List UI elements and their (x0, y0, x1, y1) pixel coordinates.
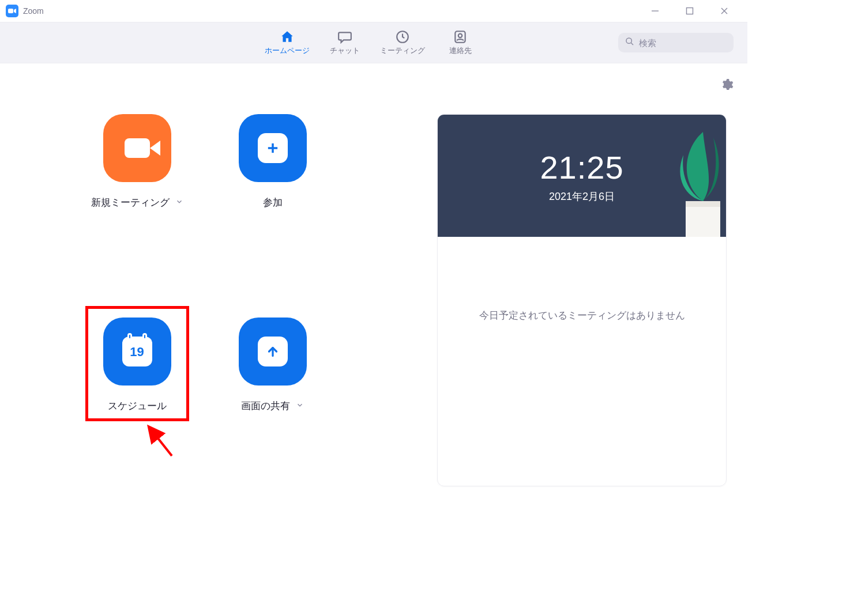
title-bar: Zoom (0, 0, 747, 22)
search-icon (625, 37, 634, 48)
nav-bar: ホームページ チャット ミーティング 連絡先 (0, 22, 747, 63)
video-icon (125, 138, 150, 158)
action-label: 新規ミーティング (91, 196, 170, 209)
home-icon (280, 29, 295, 44)
schedule-action: 19 スケジュール (69, 318, 205, 486)
search-box[interactable] (618, 33, 734, 52)
panel-time: 21:25 (540, 149, 623, 186)
chevron-down-icon[interactable] (296, 401, 304, 411)
clock-icon (395, 29, 410, 44)
maximize-button[interactable] (672, 0, 707, 22)
action-label: スケジュール (108, 399, 167, 413)
tab-contacts[interactable]: 連絡先 (431, 22, 489, 63)
plus-icon (258, 133, 288, 163)
svg-rect-0 (8, 9, 13, 13)
minimize-button[interactable] (638, 0, 672, 22)
action-grid: 新規ミーティング 参加 (69, 114, 340, 486)
svg-line-12 (150, 428, 172, 456)
tab-label: ミーティング (380, 46, 425, 56)
tab-home[interactable]: ホームページ (258, 22, 316, 63)
join-action: 参加 (205, 114, 340, 283)
panel-date: 2021年2月6日 (549, 190, 615, 203)
svg-rect-2 (687, 8, 693, 14)
calendar-panel: 21:25 2021年2月6日 今日予定されているミーティングはありません (437, 114, 727, 486)
chat-icon (337, 29, 352, 44)
tab-label: チャット (330, 46, 360, 56)
plant-decoration-icon (628, 115, 726, 237)
close-button[interactable] (707, 0, 742, 22)
schedule-button[interactable]: 19 (103, 318, 171, 386)
svg-line-9 (631, 43, 633, 45)
app-logo-icon (6, 5, 18, 17)
search-input[interactable] (639, 38, 727, 48)
arrow-annotation (143, 421, 178, 464)
settings-button[interactable] (720, 78, 734, 94)
svg-point-8 (626, 38, 631, 43)
share-screen-button[interactable] (239, 318, 307, 386)
svg-rect-15 (686, 201, 720, 207)
app-title: Zoom (23, 6, 44, 16)
join-button[interactable] (239, 114, 307, 182)
svg-point-7 (458, 34, 462, 38)
action-label: 参加 (263, 196, 283, 209)
no-meetings-message: 今日予定されているミーティングはありません (479, 309, 685, 322)
new-meeting-action: 新規ミーティング (69, 114, 205, 283)
chevron-down-icon[interactable] (175, 198, 183, 208)
tab-meetings[interactable]: ミーティング (374, 22, 431, 63)
arrow-up-icon (258, 337, 288, 366)
panel-hero: 21:25 2021年2月6日 (438, 115, 726, 237)
window-controls (638, 0, 742, 22)
tab-label: 連絡先 (449, 46, 472, 56)
contacts-icon (453, 29, 468, 44)
calendar-day: 19 (130, 345, 144, 360)
tab-label: ホームページ (265, 46, 310, 56)
tab-chat[interactable]: チャット (316, 22, 374, 63)
calendar-icon: 19 (122, 337, 152, 366)
new-meeting-button[interactable] (103, 114, 171, 182)
action-label: 画面の共有 (241, 399, 290, 413)
share-screen-action: 画面の共有 (205, 318, 340, 486)
